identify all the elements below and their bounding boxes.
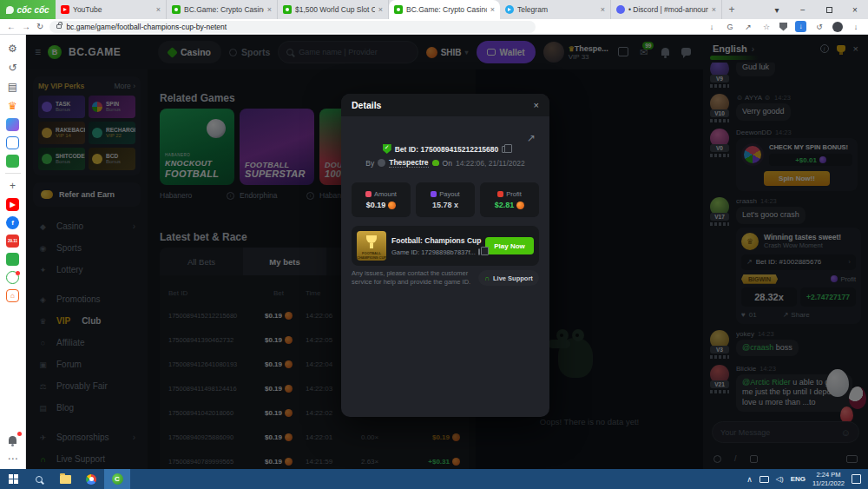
- tab-worldcup-slot[interactable]: $1,500 World Cup Slot Chall×: [278, 0, 389, 19]
- tab-telegram[interactable]: Telegram×: [500, 0, 611, 19]
- start-button[interactable]: [0, 469, 26, 489]
- modal-close-icon[interactable]: ×: [534, 100, 539, 110]
- amount-icon: [365, 191, 372, 197]
- tab-close-icon[interactable]: ×: [490, 5, 495, 14]
- bcgame-favicon: [172, 5, 181, 14]
- tab-close-icon[interactable]: ×: [712, 5, 716, 14]
- discord-favicon: [616, 5, 625, 14]
- chrome-button[interactable]: [78, 469, 104, 489]
- system-tray: ∧ ◁) ENG 2:24 PM11/21/2022: [746, 471, 868, 487]
- windows-taskbar: C ∧ ◁) ENG 2:24 PM11/21/2022: [0, 469, 868, 489]
- tab-youtube[interactable]: YouTube×: [56, 0, 167, 19]
- add-app-icon[interactable]: +: [6, 179, 20, 193]
- bcgame-favicon: [283, 5, 292, 14]
- close-window-button[interactable]: ×: [842, 0, 868, 19]
- gamepad-icon[interactable]: [6, 155, 19, 168]
- download-active-icon[interactable]: ↓: [795, 21, 806, 32]
- shib-coin-icon: [388, 202, 396, 209]
- tab-close-icon[interactable]: ×: [156, 5, 161, 14]
- tab-search-button[interactable]: ▾: [764, 0, 790, 19]
- trophy-cup-icon: [366, 235, 377, 243]
- new-tab-button[interactable]: +: [722, 0, 741, 19]
- play-now-button[interactable]: Play Now: [485, 237, 534, 254]
- bell-notification-icon[interactable]: [6, 433, 20, 446]
- modal-header: Details ×: [341, 94, 549, 116]
- adblock-shield-icon[interactable]: [779, 23, 787, 31]
- tab-discord[interactable]: • Discord | #mod-announc×: [611, 0, 722, 19]
- history-icon[interactable]: ↺: [6, 61, 20, 75]
- game-thumbnail[interactable]: FOOTBALLCHAMPIONS CUP: [357, 231, 386, 261]
- facebook-icon[interactable]: f: [6, 216, 19, 229]
- browser-chrome: cốc cốc YouTube× BC.Game: Crypto Casino …: [0, 0, 868, 35]
- downloads-tray-icon[interactable]: ↓: [851, 23, 861, 31]
- url-text[interactable]: bc.game/game/football-champions-cup-by-n…: [66, 23, 227, 31]
- tray-expand-icon[interactable]: ∧: [746, 475, 753, 484]
- newsfeed-icon[interactable]: ▤: [6, 80, 20, 94]
- refresh-icon[interactable]: ↻: [36, 22, 43, 31]
- lock-icon: [56, 24, 62, 29]
- share-icon[interactable]: ↗: [743, 23, 753, 31]
- bet-datetime: 14:22:06, 21/11/2022: [456, 159, 525, 168]
- tab-bcgame-active[interactable]: BC.Game: Crypto Casino Gan×: [389, 0, 500, 19]
- tab-close-icon[interactable]: ×: [378, 5, 383, 14]
- coccoc-logo-icon: [6, 6, 14, 14]
- urlbar-actions: ↓ G ↗ ☆ ↓ ↺ ↓: [707, 21, 861, 32]
- action-center-icon[interactable]: [852, 474, 861, 484]
- bookmark-star-icon[interactable]: ☆: [761, 23, 772, 31]
- back-icon[interactable]: ←: [7, 22, 16, 31]
- media-app-icon[interactable]: [6, 136, 19, 149]
- coccoc-button[interactable]: C: [104, 469, 130, 489]
- divider: [5, 173, 21, 174]
- address-bar[interactable]: bc.game/game/football-champions-cup-by-n…: [49, 21, 536, 33]
- shib-coin-icon: [516, 202, 524, 209]
- folder-icon: [60, 475, 71, 484]
- more-options-icon[interactable]: ⋯: [6, 452, 20, 466]
- share-bet-icon[interactable]: ↗: [527, 132, 536, 144]
- profit-icon: [497, 191, 503, 197]
- volume-icon[interactable]: ◁): [776, 475, 784, 483]
- live-support-button[interactable]: ∩Live Support: [478, 270, 539, 286]
- soccer-app-icon[interactable]: [6, 271, 19, 284]
- tab-close-icon[interactable]: ×: [601, 5, 605, 14]
- bet-stats: Amount $0.19 Payout 15.78 x Profit $2.81: [352, 182, 539, 217]
- copy-icon[interactable]: [502, 146, 508, 153]
- window-controls: ▾ − ×: [764, 0, 868, 19]
- browser-side-strip: ⚙ ↺ ▤ ♛ + ▶ f 29.11 ⌂ ⋯: [0, 35, 26, 469]
- cart-app-icon[interactable]: ⌂: [6, 289, 19, 302]
- file-explorer-button[interactable]: [52, 469, 78, 489]
- modal-title: Details: [352, 100, 381, 110]
- url-row: ← → ↻ bc.game/game/football-champions-cu…: [0, 19, 868, 35]
- crown-icon[interactable]: ♛: [6, 99, 20, 113]
- headset-icon: ∩: [484, 274, 490, 282]
- battery-app-icon[interactable]: [6, 253, 19, 266]
- taskbar-search-button[interactable]: [26, 469, 52, 489]
- support-note-row: Any issues, please contact the customer …: [352, 269, 539, 287]
- restore-icon: [826, 7, 832, 13]
- gear-icon[interactable]: ⚙: [6, 42, 20, 56]
- profile-avatar-icon[interactable]: [832, 22, 843, 32]
- taskbar-clock[interactable]: 2:24 PM11/21/2022: [812, 471, 845, 487]
- tab-close-icon[interactable]: ×: [267, 5, 272, 14]
- bet-username[interactable]: Thespectre: [389, 158, 428, 168]
- play-icon: ▶: [10, 201, 15, 208]
- payout-icon: [431, 191, 437, 197]
- frog-emoji: [432, 160, 439, 166]
- sync-icon[interactable]: ↺: [814, 23, 825, 31]
- network-icon[interactable]: [760, 476, 769, 483]
- language-indicator[interactable]: ENG: [791, 475, 806, 483]
- save-page-icon[interactable]: ↓: [707, 23, 717, 31]
- copy-icon[interactable]: [478, 248, 480, 255]
- maximize-button[interactable]: [816, 0, 842, 19]
- sale-app-icon[interactable]: 29.11: [6, 235, 19, 248]
- youtube-app-icon[interactable]: ▶: [6, 198, 19, 211]
- bell-icon: [9, 436, 16, 444]
- tab-bcgame-1[interactable]: BC.Game: Crypto Casino Gan×: [167, 0, 278, 19]
- bet-id-row: ✓ Bet ID: 1750089415212215680: [341, 144, 549, 154]
- forward-icon[interactable]: →: [22, 22, 30, 31]
- windows-logo-icon: [9, 474, 18, 484]
- translate-icon[interactable]: G: [725, 23, 735, 31]
- minimize-button[interactable]: −: [790, 0, 816, 19]
- game-id: Game ID: 17298898b7837f...: [391, 248, 476, 256]
- coccoc-brand[interactable]: cốc cốc: [0, 0, 56, 19]
- messenger-icon[interactable]: [6, 118, 19, 131]
